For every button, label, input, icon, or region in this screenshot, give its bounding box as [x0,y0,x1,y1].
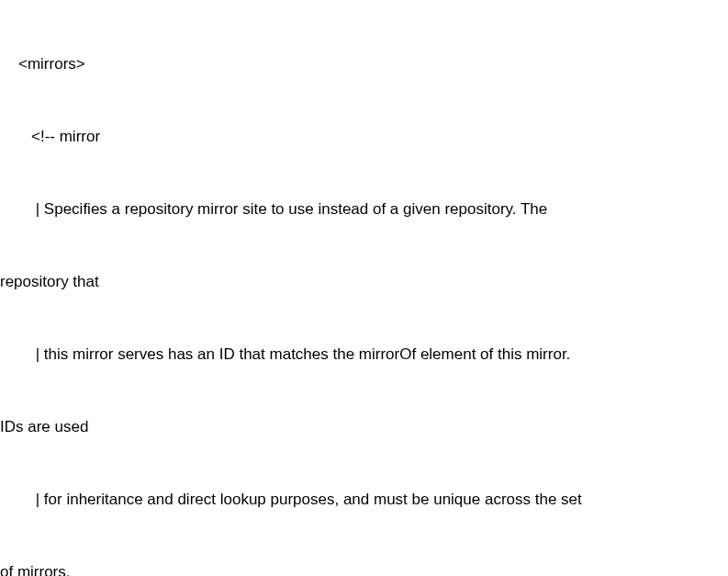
code-line: of mirrors. [0,560,728,576]
code-line: | this mirror serves has an ID that matc… [0,343,728,367]
code-line: repository that [0,270,728,294]
xml-code-block: <mirrors> <!-- mirror | Specifies a repo… [0,0,728,576]
code-line: <mirrors> [0,52,728,76]
code-line: <!-- mirror [0,125,728,149]
code-line: | Specifies a repository mirror site to … [0,198,728,221]
code-line: | for inheritance and direct lookup purp… [0,488,728,512]
code-line: IDs are used [0,415,728,439]
